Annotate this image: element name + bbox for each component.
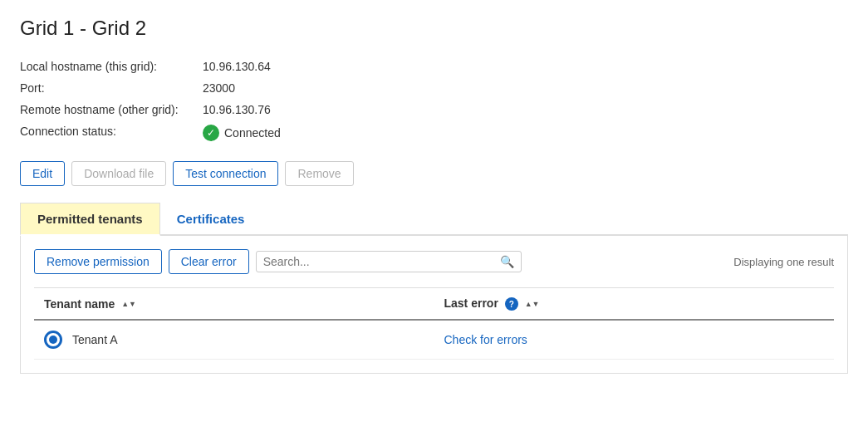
last-error-cell: Check for errors: [434, 320, 835, 360]
search-box[interactable]: 🔍: [256, 251, 522, 272]
search-input[interactable]: [263, 255, 500, 268]
connection-status-value: ✓ Connected: [203, 125, 848, 141]
local-hostname-label: Local hostname (this grid):: [20, 60, 203, 73]
local-hostname-value: 10.96.130.64: [203, 60, 848, 73]
tab-permitted-tenants[interactable]: Permitted tenants: [20, 203, 160, 236]
tenant-name-sort-icon[interactable]: ▲▼: [121, 301, 136, 308]
tenant-name-value: Tenant A: [72, 333, 118, 346]
tenants-table: Tenant name ▲▼ Last error ? ▲▼ Tenan: [34, 287, 834, 360]
download-file-button: Download file: [71, 161, 166, 186]
search-icon: 🔍: [500, 255, 514, 268]
remove-permission-button[interactable]: Remove permission: [34, 249, 162, 274]
last-error-sort-icon[interactable]: ▲▼: [525, 301, 540, 308]
info-section: Local hostname (this grid): 10.96.130.64…: [20, 60, 848, 141]
port-label: Port:: [20, 81, 203, 95]
remote-hostname-label: Remote hostname (other grid):: [20, 103, 203, 116]
toolbar: Remove permission Clear error 🔍 Displayi…: [34, 249, 834, 274]
tenant-name-header: Tenant name ▲▼: [34, 288, 434, 321]
remove-button: Remove: [285, 161, 353, 186]
port-value: 23000: [203, 81, 848, 95]
table-header-row: Tenant name ▲▼ Last error ? ▲▼: [34, 288, 834, 321]
tab-content: Remove permission Clear error 🔍 Displayi…: [20, 236, 848, 374]
check-for-errors-link[interactable]: Check for errors: [444, 333, 527, 346]
tabs: Permitted tenants Certificates: [20, 203, 848, 236]
connection-status-label: Connection status:: [20, 125, 203, 141]
tenant-name-cell: Tenant A: [34, 320, 434, 360]
clear-error-button[interactable]: Clear error: [169, 249, 249, 274]
tenant-radio-icon[interactable]: [44, 331, 62, 349]
last-error-help-icon[interactable]: ?: [505, 297, 518, 311]
tab-certificates[interactable]: Certificates: [160, 203, 262, 234]
table-row: Tenant A Check for errors: [34, 320, 834, 360]
test-connection-button[interactable]: Test connection: [173, 161, 278, 186]
result-count: Displaying one result: [733, 256, 834, 268]
action-buttons: Edit Download file Test connection Remov…: [20, 161, 848, 186]
edit-button[interactable]: Edit: [20, 161, 65, 186]
connected-icon: ✓: [203, 125, 219, 141]
remote-hostname-value: 10.96.130.76: [203, 103, 848, 116]
page-title: Grid 1 - Grid 2: [20, 17, 848, 40]
last-error-header: Last error ? ▲▼: [434, 288, 835, 321]
connection-status-text: Connected: [224, 126, 281, 140]
